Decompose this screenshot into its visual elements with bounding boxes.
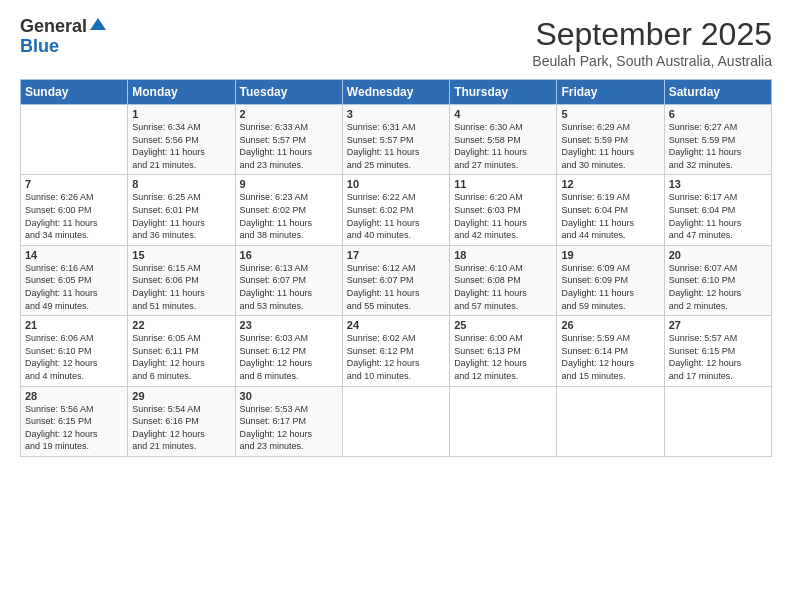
day-cell: 30Sunrise: 5:53 AMSunset: 6:17 PMDayligh… [235, 386, 342, 456]
day-cell: 24Sunrise: 6:02 AMSunset: 6:12 PMDayligh… [342, 316, 449, 386]
day-info: Sunrise: 5:59 AMSunset: 6:14 PMDaylight:… [561, 332, 659, 382]
calendar-header-row: SundayMondayTuesdayWednesdayThursdayFrid… [21, 80, 772, 105]
day-cell: 29Sunrise: 5:54 AMSunset: 6:16 PMDayligh… [128, 386, 235, 456]
day-number: 5 [561, 108, 659, 120]
day-cell: 4Sunrise: 6:30 AMSunset: 5:58 PMDaylight… [450, 105, 557, 175]
col-header-tuesday: Tuesday [235, 80, 342, 105]
day-info: Sunrise: 6:29 AMSunset: 5:59 PMDaylight:… [561, 121, 659, 171]
day-number: 22 [132, 319, 230, 331]
day-cell: 21Sunrise: 6:06 AMSunset: 6:10 PMDayligh… [21, 316, 128, 386]
day-info: Sunrise: 6:20 AMSunset: 6:03 PMDaylight:… [454, 191, 552, 241]
day-info: Sunrise: 6:16 AMSunset: 6:05 PMDaylight:… [25, 262, 123, 312]
title-block: September 2025 Beulah Park, South Austra… [532, 16, 772, 69]
col-header-friday: Friday [557, 80, 664, 105]
logo-blue-text: Blue [20, 37, 59, 57]
day-number: 10 [347, 178, 445, 190]
logo: General Blue [20, 16, 106, 57]
day-number: 12 [561, 178, 659, 190]
day-info: Sunrise: 6:00 AMSunset: 6:13 PMDaylight:… [454, 332, 552, 382]
day-info: Sunrise: 6:30 AMSunset: 5:58 PMDaylight:… [454, 121, 552, 171]
location-title: Beulah Park, South Australia, Australia [532, 53, 772, 69]
day-cell: 26Sunrise: 5:59 AMSunset: 6:14 PMDayligh… [557, 316, 664, 386]
day-cell: 11Sunrise: 6:20 AMSunset: 6:03 PMDayligh… [450, 175, 557, 245]
day-info: Sunrise: 6:22 AMSunset: 6:02 PMDaylight:… [347, 191, 445, 241]
day-info: Sunrise: 6:09 AMSunset: 6:09 PMDaylight:… [561, 262, 659, 312]
day-number: 7 [25, 178, 123, 190]
day-cell [450, 386, 557, 456]
day-info: Sunrise: 5:57 AMSunset: 6:15 PMDaylight:… [669, 332, 767, 382]
day-cell: 1Sunrise: 6:34 AMSunset: 5:56 PMDaylight… [128, 105, 235, 175]
col-header-saturday: Saturday [664, 80, 771, 105]
day-number: 25 [454, 319, 552, 331]
day-cell [21, 105, 128, 175]
day-cell: 28Sunrise: 5:56 AMSunset: 6:15 PMDayligh… [21, 386, 128, 456]
day-info: Sunrise: 6:26 AMSunset: 6:00 PMDaylight:… [25, 191, 123, 241]
day-cell: 15Sunrise: 6:15 AMSunset: 6:06 PMDayligh… [128, 245, 235, 315]
day-number: 1 [132, 108, 230, 120]
day-info: Sunrise: 6:25 AMSunset: 6:01 PMDaylight:… [132, 191, 230, 241]
week-row-4: 21Sunrise: 6:06 AMSunset: 6:10 PMDayligh… [21, 316, 772, 386]
day-info: Sunrise: 5:56 AMSunset: 6:15 PMDaylight:… [25, 403, 123, 453]
day-number: 20 [669, 249, 767, 261]
day-cell: 5Sunrise: 6:29 AMSunset: 5:59 PMDaylight… [557, 105, 664, 175]
day-cell: 16Sunrise: 6:13 AMSunset: 6:07 PMDayligh… [235, 245, 342, 315]
day-number: 9 [240, 178, 338, 190]
day-cell: 3Sunrise: 6:31 AMSunset: 5:57 PMDaylight… [342, 105, 449, 175]
day-number: 3 [347, 108, 445, 120]
day-number: 17 [347, 249, 445, 261]
day-info: Sunrise: 6:03 AMSunset: 6:12 PMDaylight:… [240, 332, 338, 382]
day-cell: 10Sunrise: 6:22 AMSunset: 6:02 PMDayligh… [342, 175, 449, 245]
day-info: Sunrise: 6:07 AMSunset: 6:10 PMDaylight:… [669, 262, 767, 312]
week-row-1: 1Sunrise: 6:34 AMSunset: 5:56 PMDaylight… [21, 105, 772, 175]
day-number: 27 [669, 319, 767, 331]
day-cell: 23Sunrise: 6:03 AMSunset: 6:12 PMDayligh… [235, 316, 342, 386]
day-info: Sunrise: 6:31 AMSunset: 5:57 PMDaylight:… [347, 121, 445, 171]
day-info: Sunrise: 6:34 AMSunset: 5:56 PMDaylight:… [132, 121, 230, 171]
day-number: 15 [132, 249, 230, 261]
day-cell: 27Sunrise: 5:57 AMSunset: 6:15 PMDayligh… [664, 316, 771, 386]
day-number: 30 [240, 390, 338, 402]
day-cell: 14Sunrise: 6:16 AMSunset: 6:05 PMDayligh… [21, 245, 128, 315]
day-info: Sunrise: 5:54 AMSunset: 6:16 PMDaylight:… [132, 403, 230, 453]
day-info: Sunrise: 6:15 AMSunset: 6:06 PMDaylight:… [132, 262, 230, 312]
page-header: General Blue September 2025 Beulah Park,… [20, 16, 772, 69]
day-cell: 17Sunrise: 6:12 AMSunset: 6:07 PMDayligh… [342, 245, 449, 315]
day-cell [664, 386, 771, 456]
day-info: Sunrise: 6:23 AMSunset: 6:02 PMDaylight:… [240, 191, 338, 241]
month-title: September 2025 [532, 16, 772, 53]
day-info: Sunrise: 6:19 AMSunset: 6:04 PMDaylight:… [561, 191, 659, 241]
day-number: 13 [669, 178, 767, 190]
day-info: Sunrise: 6:05 AMSunset: 6:11 PMDaylight:… [132, 332, 230, 382]
svg-marker-0 [90, 18, 106, 30]
day-number: 6 [669, 108, 767, 120]
day-cell: 20Sunrise: 6:07 AMSunset: 6:10 PMDayligh… [664, 245, 771, 315]
day-info: Sunrise: 5:53 AMSunset: 6:17 PMDaylight:… [240, 403, 338, 453]
day-info: Sunrise: 6:17 AMSunset: 6:04 PMDaylight:… [669, 191, 767, 241]
day-number: 8 [132, 178, 230, 190]
day-number: 16 [240, 249, 338, 261]
day-info: Sunrise: 6:02 AMSunset: 6:12 PMDaylight:… [347, 332, 445, 382]
day-number: 11 [454, 178, 552, 190]
col-header-thursday: Thursday [450, 80, 557, 105]
day-cell: 25Sunrise: 6:00 AMSunset: 6:13 PMDayligh… [450, 316, 557, 386]
week-row-3: 14Sunrise: 6:16 AMSunset: 6:05 PMDayligh… [21, 245, 772, 315]
day-cell: 13Sunrise: 6:17 AMSunset: 6:04 PMDayligh… [664, 175, 771, 245]
day-number: 21 [25, 319, 123, 331]
day-cell: 2Sunrise: 6:33 AMSunset: 5:57 PMDaylight… [235, 105, 342, 175]
day-number: 29 [132, 390, 230, 402]
day-number: 23 [240, 319, 338, 331]
day-info: Sunrise: 6:27 AMSunset: 5:59 PMDaylight:… [669, 121, 767, 171]
day-number: 14 [25, 249, 123, 261]
day-info: Sunrise: 6:33 AMSunset: 5:57 PMDaylight:… [240, 121, 338, 171]
day-cell: 6Sunrise: 6:27 AMSunset: 5:59 PMDaylight… [664, 105, 771, 175]
day-number: 18 [454, 249, 552, 261]
calendar-table: SundayMondayTuesdayWednesdayThursdayFrid… [20, 79, 772, 457]
day-number: 24 [347, 319, 445, 331]
day-number: 2 [240, 108, 338, 120]
day-cell: 19Sunrise: 6:09 AMSunset: 6:09 PMDayligh… [557, 245, 664, 315]
day-info: Sunrise: 6:12 AMSunset: 6:07 PMDaylight:… [347, 262, 445, 312]
day-cell [342, 386, 449, 456]
day-number: 4 [454, 108, 552, 120]
day-number: 26 [561, 319, 659, 331]
logo-general-text: General [20, 17, 87, 37]
